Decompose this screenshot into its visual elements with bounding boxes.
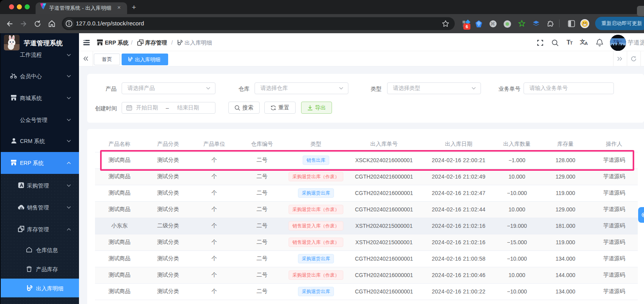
svg-text:文也一: 文也一 <box>613 39 622 43</box>
